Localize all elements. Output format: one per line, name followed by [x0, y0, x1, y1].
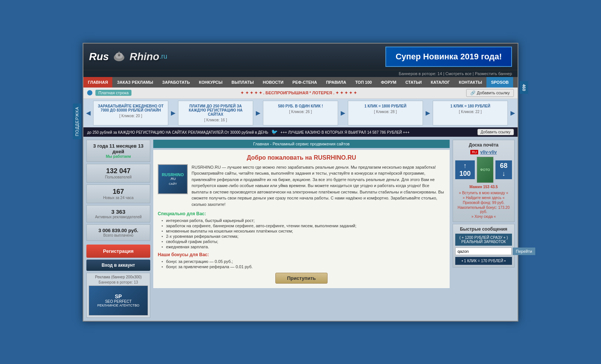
- start-button[interactable]: Приступить: [275, 273, 328, 284]
- new-value: 167: [90, 188, 147, 196]
- nav-top100[interactable]: ТОП 100: [351, 77, 376, 88]
- welcome-content: RUSRHINO .RU САЙТ RUSRHINO.RU — лучшее м…: [158, 164, 445, 208]
- prize-fund: Призовой фонд: 99 руб.: [455, 201, 512, 205]
- left-sidebar: 3 года 11 месяцев 13 дней Мы работаем 13…: [86, 140, 150, 318]
- support-tab[interactable]: ПОДДЕРЖКА: [73, 104, 81, 139]
- active-label: Активных рекламодателей: [90, 215, 147, 219]
- new-label: Новых за 24 часа: [90, 196, 147, 200]
- register-button[interactable]: Регистрация: [86, 245, 150, 258]
- center-content: Главная - Рекламный сервис продвижения с…: [153, 140, 450, 318]
- rotator-item-1[interactable]: ПЛАТИМ до 250 рублей за КАЖДУЮ РЕГИСТРАЦ…: [178, 101, 253, 125]
- user-name2: Мамин 153 43.5: [455, 185, 512, 189]
- right-sidebar: Доска почёта RU vliv-vliv ↑ 100 ФОТО 68 …: [453, 140, 515, 318]
- center-body: Добро пожаловать на RUSRHINO.RU RUSRHINO…: [153, 150, 450, 288]
- nav-zarabotat[interactable]: ЗАРАБОТАТЬ: [158, 77, 195, 88]
- rotator-next-2[interactable]: ▶: [340, 101, 346, 125]
- ad-box: Реклама (баннер 200х300) Баннеров в рото…: [86, 273, 150, 318]
- user-flag: RU: [470, 150, 478, 154]
- rotator-next-3[interactable]: ▶: [425, 101, 431, 125]
- quick-msg-send-button[interactable]: Перейти: [513, 248, 535, 255]
- want-here-link[interactable]: » Хочу сюда «: [455, 214, 512, 219]
- bonus-link-row: Накопительный бонус: 173.20 руб.: [455, 205, 512, 214]
- nav-novosti[interactable]: НОВОСТИ: [258, 77, 288, 88]
- bonus-link[interactable]: Накопительный бонус: 173.20 руб.: [455, 205, 512, 214]
- welcome-image: RUSRHINO .RU САЙТ: [158, 164, 188, 194]
- paid-label: Всего выплачено: [90, 233, 147, 237]
- special-section: Специально для Вас: интересная работа, б…: [158, 211, 445, 249]
- nav-forum[interactable]: ФОРУМ: [376, 77, 401, 88]
- bonus-item: бонус за регистрацию — 0.05 руб.;: [162, 259, 445, 264]
- main-content: 3 года 11 месяцев 13 дней Мы работаем 13…: [83, 137, 518, 321]
- find-me-link[interactable]: » Найдите меня здесь «: [455, 196, 512, 200]
- rotator-prev-arrow[interactable]: ◀: [85, 101, 91, 125]
- banner-info: Баннеров в роторе: 14 | Смотреть все | Р…: [83, 70, 518, 77]
- ticker-row: до 250 рублей за КАЖДУЮ РЕГИСТРАЦИЮ НА С…: [83, 127, 518, 137]
- nav-katalog[interactable]: КАТАЛОГ: [426, 77, 455, 88]
- welcome-title: Добро пожаловать на RUSRHINO.RU: [158, 154, 445, 161]
- list-item: заработок на серфинге, баннерном серфинг…: [162, 224, 445, 228]
- nav-refstena[interactable]: РЕФ-СТЕНА: [288, 77, 322, 88]
- login-button[interactable]: Вход в аккаунт: [86, 260, 150, 271]
- super-banner-text: Супер Новинка 2019 года!: [396, 52, 502, 62]
- svg-point-3: [118, 54, 120, 56]
- rotator-next-1[interactable]: ▶: [255, 101, 261, 125]
- honor-links: » Вступить в мою команду « » Найдите мен…: [455, 191, 512, 219]
- nav-zakaz[interactable]: ЗАКАЗ РЕКЛАМЫ: [112, 77, 157, 88]
- rotator-item-2-clicks: [ Кликов: 26 ]: [267, 110, 334, 114]
- logo-rhino: Rhino: [130, 51, 159, 63]
- paid-line: Платная строка ✦ ✦ ✦ ✦ ✦ . БЕСПРОИГРЫШНА…: [83, 88, 518, 99]
- quick-messages: Быстрые сообщения ( + 1200 РУБЛЕЙ СРАЗУ …: [453, 224, 515, 267]
- nav-pravila[interactable]: ПРАВИЛА: [322, 77, 351, 88]
- ticker-text: до 250 рублей за КАЖДУЮ РЕГИСТРАЦИЮ НА С…: [87, 129, 477, 135]
- rotator-next-4[interactable]: ▶: [510, 101, 516, 125]
- rotator-row: ◀ ЗАРАБАТЫВАЙТЕ ЕЖЕДНЕВНО от 7000 до 830…: [83, 99, 518, 127]
- nav-stati[interactable]: СТАТЬИ: [401, 77, 426, 88]
- nav-vyplaty[interactable]: ВЫПЛАТЫ: [227, 77, 258, 88]
- join-team-link[interactable]: » Вступить в мою команду «: [455, 191, 512, 195]
- ticker-add-button[interactable]: Добавить ссылку: [477, 129, 514, 135]
- honor-stat2: 68 ↓: [495, 160, 512, 179]
- paid-promo: ✦ ✦ ✦ ✦ ✦ . БЕСПРОИГРЫШНАЯ * ЛОТЕРЕЯ . ✦…: [131, 91, 466, 95]
- logo-dotru: .ru: [159, 53, 167, 60]
- list-item: свободный график работы;: [162, 239, 445, 244]
- user-name[interactable]: vliv-vliv: [480, 150, 497, 155]
- uptime-box: 3 года 11 месяцев 13 дней Мы работаем: [86, 140, 150, 162]
- list-item: интересная работа, быстрый карьерный рос…: [162, 218, 445, 223]
- rotator-item-3-clicks: [ Кликов: 28 ]: [352, 110, 419, 114]
- quick-msg-input-row: Перейти: [455, 248, 512, 255]
- nav: ГЛАВНАЯ ЗАКАЗ РЕКЛАМЫ ЗАРАБОТАТЬ КОНКУРС…: [83, 77, 518, 88]
- ad-image[interactable]: SP SEO PERFECT РЕКЛАМНОЕ АГЕНТСТВО: [89, 285, 148, 316]
- honor-stat1: ↑ 100: [455, 160, 475, 179]
- bonuses-list: бонус за регистрацию — 0.05 руб.; бонус …: [158, 259, 445, 269]
- rotator-item-0[interactable]: ЗАРАБАТЫВАЙТЕ ЕЖЕДНЕВНО от 7000 до 83000…: [93, 101, 168, 125]
- prize-fund-link[interactable]: Призовой фонд: 99 руб.: [455, 201, 512, 205]
- quick-msg-title: Быстрые сообщения: [455, 227, 512, 232]
- rotator-next-0[interactable]: ▶: [170, 101, 176, 125]
- bonus-item: бонус за привлечение реферала — 0.01 руб…: [162, 264, 445, 269]
- add-link-icon: 🔗: [470, 91, 476, 95]
- quick-msg-input[interactable]: [455, 248, 512, 255]
- rotator-item-2[interactable]: 580 руб. в Один Клик ! [ Кликов: 26 ]: [263, 101, 338, 125]
- add-link-button[interactable]: 🔗 Добавить ссылку: [466, 89, 514, 97]
- work-status: Мы работаем: [90, 154, 147, 159]
- honor-board: Доска почёта RU vliv-vliv ↑ 100 ФОТО 68 …: [453, 140, 515, 222]
- nav-glavnaya[interactable]: ГЛАВНАЯ: [83, 77, 112, 88]
- nav-sposob[interactable]: SPOSOB: [486, 77, 513, 88]
- quick-promo2: • 1 КЛИК = 170 РУБЛЕЙ •: [455, 257, 512, 265]
- uptime-value: 3 года 11 месяцев 13 дней: [90, 143, 147, 154]
- super-banner[interactable]: Супер Новинка 2019 года!: [385, 47, 512, 67]
- paid-label[interactable]: Платная строка: [95, 90, 131, 96]
- paid-box: 3 006 839.00 руб. Всего выплачено: [86, 224, 150, 241]
- rotator-item-0-clicks: [ Кликов: 20 ]: [97, 114, 164, 118]
- rotator-item-0-title: ЗАРАБАТЫВАЙТЕ ЕЖЕДНЕВНО от 7000 до 83000…: [97, 104, 164, 112]
- header: Rus Rhino .ru Супер Новинка 2019 года!: [83, 44, 518, 70]
- rotator-item-4[interactable]: 1 КЛИК = 180 РУБЛЕЙ [ Кликов: 22 ]: [433, 101, 508, 125]
- honor-user-row: RU vliv-vliv: [455, 150, 512, 155]
- paid-value: 3 006 839.00 руб.: [90, 228, 147, 233]
- twitter-icon: 🐦: [271, 129, 278, 135]
- logo[interactable]: Rus Rhino .ru: [89, 48, 167, 65]
- nav-konkursy[interactable]: КОНКУРСЫ: [194, 77, 227, 88]
- list-item: 2-х уровневая реферальная система;: [162, 234, 445, 239]
- rotator-item-3[interactable]: 1 КЛИК = 1800 РУБЛЕЙ [ Кликов: 28 ]: [348, 101, 423, 125]
- nav-kontakty[interactable]: КОНТАКТЫ: [454, 77, 486, 88]
